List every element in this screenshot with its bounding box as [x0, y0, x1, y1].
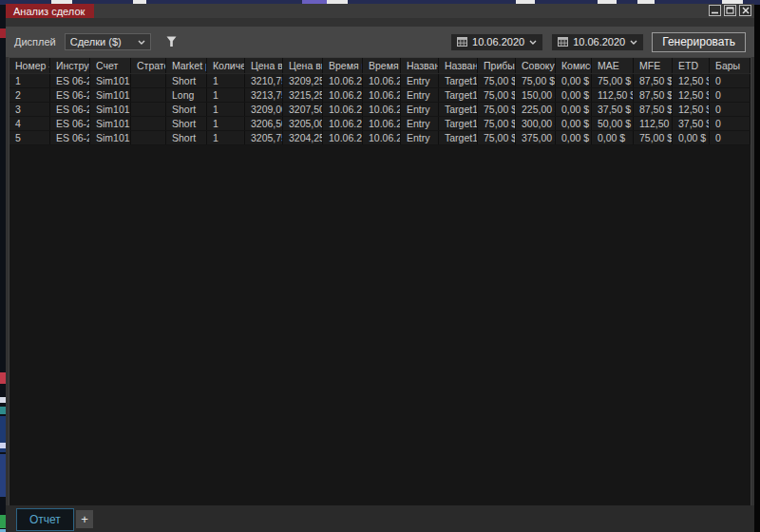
table-cell: Short: [166, 117, 207, 130]
table-cell: 3: [10, 103, 50, 116]
table-cell: Entry: [401, 117, 439, 130]
chevron-down-icon: [630, 40, 637, 45]
column-header-label: Цена вх: [251, 60, 283, 71]
close-icon: [742, 7, 750, 14]
table-cell: [131, 74, 166, 87]
close-button[interactable]: [739, 5, 751, 16]
table-cell: 10.06.2020: [323, 103, 363, 116]
table-cell: 1: [207, 103, 245, 116]
column-header[interactable]: MFE: [634, 58, 673, 73]
table-row[interactable]: 2ES 06-20Sim101Long13213,753215,2510.06.…: [10, 88, 750, 103]
column-header-label: MFE: [639, 60, 660, 71]
table-cell: ES 06-20: [50, 103, 90, 116]
table-cell: 10.06.2020: [363, 74, 401, 87]
column-header[interactable]: Количес: [207, 58, 245, 73]
column-header[interactable]: Бары: [710, 58, 750, 73]
table-cell: 10.06.2020: [363, 103, 401, 116]
column-header[interactable]: Время в: [363, 58, 401, 73]
table-cell: Target1: [439, 103, 478, 116]
column-header[interactable]: Назван: [439, 58, 478, 73]
tab-report-label: Отчет: [29, 513, 61, 526]
trade-analysis-window: Анализ сделок Дисплей Сделки ($) 10.: [6, 4, 754, 532]
table-cell: 75,00 $: [478, 74, 516, 87]
add-tab-button[interactable]: +: [76, 510, 93, 528]
column-header[interactable]: Совокуп: [516, 58, 556, 73]
column-header[interactable]: Цена вх: [245, 58, 283, 73]
minimize-icon: [711, 7, 719, 14]
table-cell: 3210,75: [245, 74, 283, 87]
column-header[interactable]: Комисс: [556, 58, 592, 73]
table-cell: 3209,00: [245, 103, 283, 116]
table-cell: Short: [166, 103, 207, 116]
table-cell: 0,00 $: [556, 117, 592, 130]
grid-body: 1ES 06-20Sim101Short13210,753209,2510.06…: [10, 74, 750, 145]
table-row[interactable]: 4ES 06-20Sim101Short13206,503205,0010.06…: [10, 117, 750, 131]
table-cell: 10.06.2020: [323, 74, 363, 87]
table-cell: 0: [710, 131, 750, 144]
table-cell: 1: [207, 117, 245, 130]
column-header[interactable]: Стратег: [131, 58, 166, 73]
table-cell: [131, 103, 166, 116]
table-cell: 75,00 $: [634, 131, 673, 144]
date-from-picker[interactable]: 10.06.2020: [450, 33, 543, 51]
window-title-tab: Анализ сделок: [6, 4, 94, 18]
table-cell: Short: [166, 131, 207, 144]
minimize-button[interactable]: [709, 5, 721, 16]
table-cell: 75,00 $: [478, 103, 516, 116]
table-cell: Target1: [439, 88, 478, 102]
table-cell: 10.06.2020: [323, 117, 363, 130]
table-cell: 1: [10, 74, 50, 87]
table-cell: 3209,25: [283, 74, 323, 87]
table-cell: 10.06.2020: [323, 131, 363, 144]
column-header[interactable]: Market p: [166, 58, 207, 73]
table-cell: 3204,25: [283, 131, 323, 144]
column-header[interactable]: Инструм: [50, 58, 90, 73]
column-header[interactable]: ETD: [673, 58, 710, 73]
column-header[interactable]: Время в: [323, 58, 363, 73]
bottom-tab-bar: Отчет +: [6, 505, 754, 532]
column-header-label: Счет: [96, 60, 118, 71]
table-cell: 10.06.2020: [363, 88, 401, 102]
column-header-label: ETD: [678, 60, 698, 71]
table-cell: 225,00 $: [516, 103, 556, 116]
table-cell: 37,50 $: [673, 117, 710, 130]
display-select[interactable]: Сделки ($): [65, 33, 151, 50]
table-row[interactable]: 1ES 06-20Sim101Short13210,753209,2510.06…: [10, 74, 750, 88]
table-cell: 112,50 $: [634, 117, 673, 130]
table-cell: 50,00 $: [592, 117, 634, 130]
table-cell: Short: [166, 74, 207, 87]
column-header[interactable]: Назван: [401, 58, 439, 73]
calendar-icon: [558, 37, 568, 47]
column-header[interactable]: Номер: [10, 58, 50, 73]
generate-button-label: Генерировать: [662, 35, 735, 48]
table-cell: [131, 131, 166, 144]
table-cell: Entry: [401, 74, 439, 87]
column-header-label: Совокуп: [522, 60, 556, 71]
window-titlebar[interactable]: Анализ сделок: [6, 4, 754, 18]
column-header[interactable]: Счет: [90, 58, 131, 73]
column-header[interactable]: Прибыл: [478, 58, 516, 73]
maximize-button[interactable]: [724, 5, 736, 16]
table-cell: 37,50 $: [592, 103, 634, 116]
table-row[interactable]: 5ES 06-20Sim101Short13205,753204,2510.06…: [10, 131, 750, 145]
table-cell: 75,00 $: [478, 117, 516, 130]
window-title: Анализ сделок: [13, 6, 85, 17]
table-cell: 75,00 $: [478, 131, 516, 144]
calendar-icon: [457, 37, 467, 47]
column-header[interactable]: Цена вы: [283, 58, 323, 73]
column-header-label: Стратег: [137, 60, 166, 71]
table-cell: 375,00 $: [516, 131, 556, 144]
tab-report[interactable]: Отчет: [16, 508, 74, 531]
table-cell: Target1: [439, 131, 478, 144]
table-cell: 87,50 $: [634, 88, 673, 102]
generate-button[interactable]: Генерировать: [652, 32, 746, 52]
table-cell: 10.06.2020: [323, 88, 363, 102]
table-cell: 1: [207, 131, 245, 144]
column-header[interactable]: MAE: [592, 58, 634, 73]
table-cell: 3213,75: [245, 88, 283, 102]
filter-button[interactable]: [162, 33, 181, 50]
table-row[interactable]: 3ES 06-20Sim101Short13209,003207,5010.06…: [10, 103, 750, 117]
table-cell: 12,50 $: [673, 74, 710, 87]
date-to-picker[interactable]: 10.06.2020: [551, 33, 644, 51]
window-controls: [709, 5, 751, 16]
